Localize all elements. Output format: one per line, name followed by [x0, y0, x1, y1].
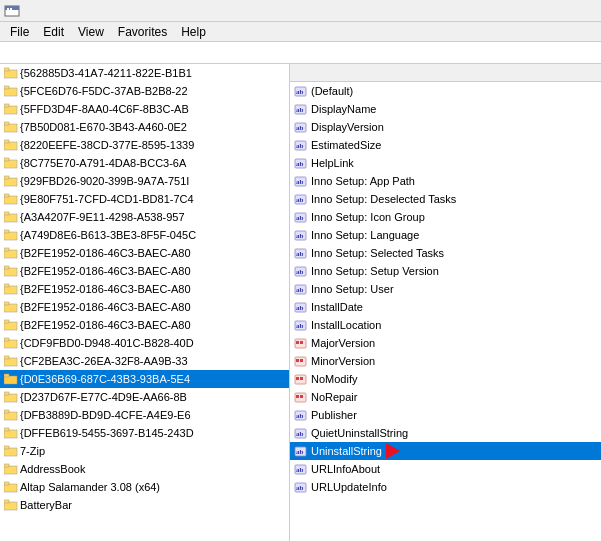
folder-icon	[4, 445, 18, 457]
tree-item[interactable]: BatteryBar	[0, 496, 289, 514]
reg-item[interactable]: ab URLUpdateInfo	[290, 478, 601, 496]
tree-item[interactable]: {A3A4207F-9E11-4298-A538-957	[0, 208, 289, 226]
reg-item[interactable]: NoModify	[290, 370, 601, 388]
tree-item-label: {A3A4207F-9E11-4298-A538-957	[20, 211, 185, 223]
reg-item[interactable]: ab Inno Setup: Icon Group	[290, 208, 601, 226]
tree-item[interactable]: {D0E36B69-687C-43B3-93BA-5E4	[0, 370, 289, 388]
folder-icon	[4, 265, 18, 277]
tree-item-label: {B2FE1952-0186-46C3-BAEC-A80	[20, 301, 191, 313]
reg-item[interactable]: ab Inno Setup: App Path	[290, 172, 601, 190]
svg-rect-83	[296, 341, 299, 344]
reg-item[interactable]: ab URLInfoAbout	[290, 460, 601, 478]
tree-item-label: {CDF9FBD0-D948-401C-B828-40D	[20, 337, 194, 349]
reg-item[interactable]: ab DisplayName	[290, 100, 601, 118]
reg-item[interactable]: ab QuietUninstallString	[290, 424, 601, 442]
tree-item[interactable]: {A749D8E6-B613-3BE3-8F5F-045C	[0, 226, 289, 244]
reg-item[interactable]: ab Inno Setup: Setup Version	[290, 262, 601, 280]
folder-icon	[4, 373, 18, 385]
tree-item-label: 7-Zip	[20, 445, 45, 457]
reg-item[interactable]: ab InstallLocation	[290, 316, 601, 334]
folder-icon	[4, 355, 18, 367]
folder-icon	[4, 427, 18, 439]
string-icon: ab	[294, 211, 308, 223]
svg-rect-17	[4, 176, 9, 179]
svg-text:ab: ab	[296, 448, 304, 456]
reg-item[interactable]: MajorVersion	[290, 334, 601, 352]
svg-rect-39	[4, 374, 9, 377]
menu-item-favorites[interactable]: Favorites	[112, 24, 173, 40]
reg-item[interactable]: ab (Default)	[290, 82, 601, 100]
string-icon: ab	[294, 85, 308, 97]
svg-rect-7	[4, 86, 9, 89]
tree-item[interactable]: 7-Zip	[0, 442, 289, 460]
reg-item[interactable]: MinorVersion	[290, 352, 601, 370]
svg-text:ab: ab	[296, 214, 304, 222]
tree-item-label: {8C775E70-A791-4DA8-BCC3-6A	[20, 157, 186, 169]
menu-item-edit[interactable]: Edit	[37, 24, 70, 40]
reg-item-name: InstallLocation	[311, 319, 381, 331]
svg-rect-45	[4, 428, 9, 431]
folder-icon	[4, 409, 18, 421]
tree-item[interactable]: {DFFEB619-5455-3697-B145-243D	[0, 424, 289, 442]
tree-item[interactable]: {B2FE1952-0186-46C3-BAEC-A80	[0, 280, 289, 298]
tree-item-label: {B2FE1952-0186-46C3-BAEC-A80	[20, 319, 191, 331]
reg-item[interactable]: ab HelpLink	[290, 154, 601, 172]
tree-item[interactable]: Altap Salamander 3.08 (x64)	[0, 478, 289, 496]
reg-item[interactable]: ab EstimatedSize	[290, 136, 601, 154]
string-icon: ab	[294, 481, 308, 493]
tree-item[interactable]: {DFB3889D-BD9D-4CFE-A4E9-E6	[0, 406, 289, 424]
tree-item[interactable]: {8C775E70-A791-4DA8-BCC3-6A	[0, 154, 289, 172]
tree-item[interactable]: {CF2BEA3C-26EA-32F8-AA9B-33	[0, 352, 289, 370]
menu-item-help[interactable]: Help	[175, 24, 212, 40]
reg-item[interactable]: ab Publisher	[290, 406, 601, 424]
svg-rect-3	[10, 8, 12, 10]
reg-item[interactable]: ab Inno Setup: Language	[290, 226, 601, 244]
svg-rect-5	[4, 68, 9, 71]
tree-item[interactable]: {562885D3-41A7-4211-822E-B1B1	[0, 64, 289, 82]
reg-item[interactable]: ab InstallDate	[290, 298, 601, 316]
tree-item-label: {A749D8E6-B613-3BE3-8F5F-045C	[20, 229, 196, 241]
string-icon: ab	[294, 157, 308, 169]
tree-item[interactable]: {5FCE6D76-F5DC-37AB-B2B8-22	[0, 82, 289, 100]
tree-item[interactable]: {9E80F751-7CFD-4CD1-BD81-7C4	[0, 190, 289, 208]
folder-icon	[4, 301, 18, 313]
tree-item-label: {9E80F751-7CFD-4CD1-BD81-7C4	[20, 193, 194, 205]
svg-text:ab: ab	[296, 106, 304, 114]
reg-item[interactable]: ab UninstallString	[290, 442, 601, 460]
tree-item[interactable]: {CDF9FBD0-D948-401C-B828-40D	[0, 334, 289, 352]
svg-rect-31	[4, 302, 9, 305]
string-icon: ab	[294, 175, 308, 187]
menu-item-file[interactable]: File	[4, 24, 35, 40]
string-icon: ab	[294, 139, 308, 151]
string-icon: ab	[294, 301, 308, 313]
reg-item-name: DisplayName	[311, 103, 376, 115]
tree-item[interactable]: {8220EEFE-38CD-377E-8595-1339	[0, 136, 289, 154]
svg-rect-43	[4, 410, 9, 413]
tree-item[interactable]: {B2FE1952-0186-46C3-BAEC-A80	[0, 316, 289, 334]
folder-icon	[4, 337, 18, 349]
tree-item[interactable]: {5FFD3D4F-8AA0-4C6F-8B3C-AB	[0, 100, 289, 118]
menu-item-view[interactable]: View	[72, 24, 110, 40]
reg-item-name: EstimatedSize	[311, 139, 381, 151]
tree-item[interactable]: AddressBook	[0, 460, 289, 478]
reg-item[interactable]: ab Inno Setup: Selected Tasks	[290, 244, 601, 262]
reg-item[interactable]: ab Inno Setup: User	[290, 280, 601, 298]
svg-rect-41	[4, 392, 9, 395]
reg-item[interactable]: ab DisplayVersion	[290, 118, 601, 136]
reg-item-name: NoModify	[311, 373, 357, 385]
svg-rect-21	[4, 212, 9, 215]
reg-item[interactable]: ab Inno Setup: Deselected Tasks	[290, 190, 601, 208]
reg-item-name: Inno Setup: Selected Tasks	[311, 247, 444, 259]
tree-item[interactable]: {7B50D081-E670-3B43-A460-0E2	[0, 118, 289, 136]
string-icon: ab	[294, 103, 308, 115]
tree-item[interactable]: {B2FE1952-0186-46C3-BAEC-A80	[0, 244, 289, 262]
reg-item[interactable]: NoRepair	[290, 388, 601, 406]
tree-item[interactable]: {929FBD26-9020-399B-9A7A-751I	[0, 172, 289, 190]
tree-item[interactable]: {D237D67F-E77C-4D9E-AA66-8B	[0, 388, 289, 406]
tree-item[interactable]: {B2FE1952-0186-46C3-BAEC-A80	[0, 262, 289, 280]
folder-icon	[4, 481, 18, 493]
tree-item-label: {DFB3889D-BD9D-4CFE-A4E9-E6	[20, 409, 191, 421]
folder-icon	[4, 193, 18, 205]
reg-item-name: (Default)	[311, 85, 353, 97]
tree-item[interactable]: {B2FE1952-0186-46C3-BAEC-A80	[0, 298, 289, 316]
